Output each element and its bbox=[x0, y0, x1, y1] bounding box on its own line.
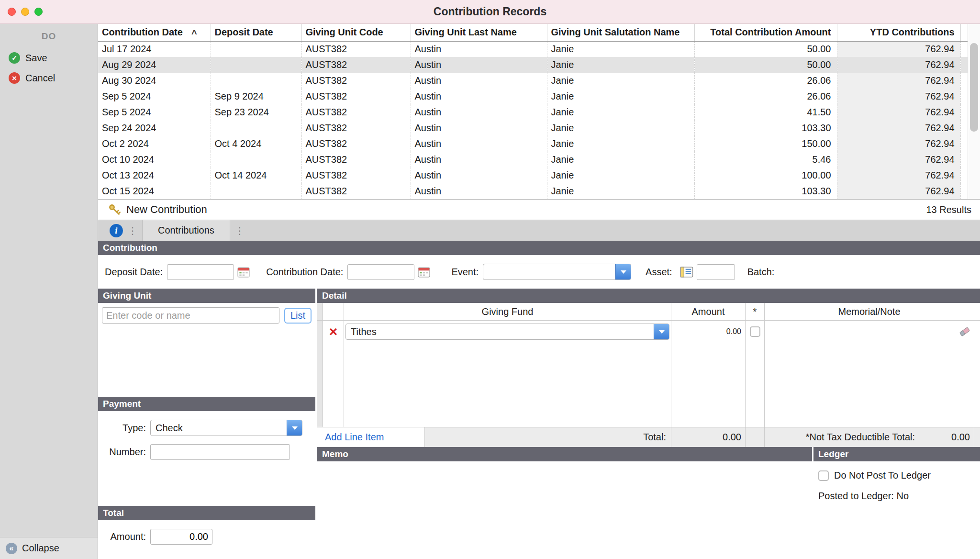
event-label: Event: bbox=[451, 267, 479, 278]
contribution-section-title: Contribution bbox=[103, 243, 157, 253]
detail-section-header: Detail bbox=[317, 289, 980, 303]
payment-type-select[interactable]: Check bbox=[150, 420, 302, 436]
column-header-contribution-date[interactable]: Contribution Date ^ bbox=[98, 24, 211, 41]
table-row[interactable]: Jul 17 2024 AUST382 Austin Janie 50.00 7… bbox=[98, 41, 968, 57]
line-item-memo-input[interactable] bbox=[765, 321, 974, 343]
cell-contribution-date: Oct 15 2024 bbox=[98, 183, 211, 199]
chevron-down-icon bbox=[621, 270, 626, 274]
cell-total-contribution-amount: 50.00 bbox=[694, 57, 837, 73]
detail-footer-left: Add Line Item Total: bbox=[317, 427, 671, 447]
table-row[interactable]: Sep 5 2024 Sep 23 2024 AUST382 Austin Ja… bbox=[98, 104, 968, 120]
asset-input[interactable] bbox=[697, 264, 735, 280]
cell-ytd-contributions: 762.94 bbox=[837, 168, 960, 183]
dropdown-button[interactable] bbox=[654, 324, 669, 339]
not-tax-deductible-checkbox[interactable] bbox=[750, 326, 760, 337]
save-button[interactable]: ✓ Save bbox=[0, 48, 98, 68]
total-section-header: Total bbox=[98, 506, 315, 520]
records-table-body: Jul 17 2024 AUST382 Austin Janie 50.00 7… bbox=[98, 41, 968, 199]
cell-total-contribution-amount: 26.06 bbox=[694, 89, 837, 104]
contribution-date-input[interactable] bbox=[347, 264, 414, 280]
cell-total-contribution-amount: 5.46 bbox=[694, 152, 837, 168]
cell-giving-unit-code: AUST382 bbox=[301, 89, 411, 104]
scrollbar-thumb[interactable] bbox=[970, 43, 978, 132]
column-header-giving-unit-last-name[interactable]: Giving Unit Last Name bbox=[411, 24, 547, 41]
collapse-button[interactable]: « Collapse bbox=[0, 537, 98, 559]
column-header-total-contribution-amount[interactable]: Total Contribution Amount bbox=[694, 24, 837, 41]
table-row[interactable]: Aug 29 2024 AUST382 Austin Janie 50.00 7… bbox=[98, 57, 968, 73]
calendar-icon[interactable] bbox=[418, 266, 430, 278]
table-row[interactable]: Oct 2 2024 Oct 4 2024 AUST382 Austin Jan… bbox=[98, 136, 968, 152]
chevron-down-icon bbox=[659, 330, 665, 334]
line-item-end bbox=[974, 321, 980, 343]
payment-type-label: Type: bbox=[98, 423, 146, 434]
new-contribution-button[interactable]: New Contribution bbox=[126, 203, 207, 216]
cell-ytd-contributions: 762.94 bbox=[837, 57, 960, 73]
table-row[interactable]: Sep 5 2024 Sep 9 2024 AUST382 Austin Jan… bbox=[98, 89, 968, 104]
memo-ledger-section: Memo Ledger Do Not Post To Le bbox=[317, 447, 980, 559]
traffic-lights bbox=[8, 0, 43, 23]
eraser-icon[interactable] bbox=[958, 325, 971, 338]
column-header-ytd-contributions[interactable]: YTD Contributions bbox=[837, 24, 960, 41]
window-zoom-button[interactable] bbox=[34, 8, 43, 16]
list-button[interactable]: List bbox=[284, 308, 312, 324]
cell-giving-unit-code: AUST382 bbox=[301, 168, 411, 183]
dropdown-button[interactable] bbox=[287, 420, 302, 436]
giving-unit-search-input[interactable] bbox=[102, 307, 279, 324]
key-icon bbox=[108, 203, 122, 216]
batch-label: Batch: bbox=[747, 267, 775, 278]
panels: Giving Unit List Payment Type: bbox=[98, 289, 980, 559]
save-check-icon: ✓ bbox=[9, 52, 20, 64]
cell-ytd-contributions: 762.94 bbox=[837, 104, 960, 120]
sidebar: DO ✓ Save × Cancel « Collapse bbox=[0, 24, 98, 559]
asset-lookup-icon[interactable] bbox=[680, 267, 693, 278]
cancel-button[interactable]: × Cancel bbox=[0, 68, 98, 88]
column-header-deposit-date[interactable]: Deposit Date bbox=[211, 24, 301, 41]
cell-total-contribution-amount: 41.50 bbox=[694, 104, 837, 120]
do-not-post-label: Do Not Post To Ledger bbox=[834, 470, 931, 481]
table-row[interactable]: Oct 10 2024 AUST382 Austin Janie 5.46 76… bbox=[98, 152, 968, 168]
line-item-amount-input[interactable]: 0.00 bbox=[671, 321, 746, 343]
memo-input[interactable] bbox=[317, 461, 812, 559]
table-row[interactable]: Sep 24 2024 AUST382 Austin Janie 103.30 … bbox=[98, 120, 968, 136]
contribution-date-label: Contribution Date: bbox=[266, 267, 343, 278]
cell-giving-unit-salutation-name: Janie bbox=[547, 152, 694, 168]
delete-line-item-button[interactable]: × bbox=[329, 324, 338, 339]
line-item-fund-cell: Tithes bbox=[344, 321, 671, 343]
table-row[interactable]: Oct 13 2024 Oct 14 2024 AUST382 Austin J… bbox=[98, 168, 968, 183]
calendar-icon[interactable] bbox=[237, 266, 250, 278]
cell-contribution-date: Aug 30 2024 bbox=[98, 73, 211, 89]
cell-ytd-contributions: 762.94 bbox=[837, 89, 960, 104]
ledger-section-header: Ledger bbox=[813, 447, 980, 461]
giving-fund-select[interactable]: Tithes bbox=[345, 324, 669, 340]
column-header-giving-unit-code[interactable]: Giving Unit Code bbox=[301, 24, 411, 41]
table-header-row: Contribution Date ^ Deposit Date Giving … bbox=[98, 24, 968, 41]
do-not-post-checkbox[interactable] bbox=[818, 470, 829, 481]
total-amount-input[interactable] bbox=[150, 529, 212, 545]
detail-footer-star-cell bbox=[746, 427, 765, 447]
tab-contributions[interactable]: Contributions bbox=[142, 220, 230, 241]
cancel-button-label: Cancel bbox=[25, 73, 55, 84]
cell-deposit-date: Sep 9 2024 bbox=[211, 89, 301, 104]
cell-ytd-contributions: 762.94 bbox=[837, 136, 960, 152]
giving-unit-section-title: Giving Unit bbox=[103, 291, 151, 301]
column-header-giving-unit-salutation-name[interactable]: Giving Unit Salutation Name bbox=[547, 24, 694, 41]
table-row[interactable]: Oct 15 2024 AUST382 Austin Janie 103.30 … bbox=[98, 183, 968, 199]
vertical-scrollbar[interactable] bbox=[968, 24, 980, 199]
payment-number-input[interactable] bbox=[150, 444, 290, 460]
info-icon[interactable]: i bbox=[110, 224, 123, 237]
payment-number-label: Number: bbox=[98, 447, 146, 458]
dropdown-button[interactable] bbox=[615, 264, 631, 280]
cell-deposit-date bbox=[211, 73, 301, 89]
window-minimize-button[interactable] bbox=[21, 8, 29, 16]
cell-deposit-date: Sep 23 2024 bbox=[211, 104, 301, 120]
add-line-item-button[interactable]: Add Line Item bbox=[325, 432, 384, 443]
event-select[interactable] bbox=[483, 264, 631, 280]
cell-giving-unit-salutation-name: Janie bbox=[547, 57, 694, 73]
cancel-x-icon: × bbox=[9, 72, 20, 84]
deposit-date-input[interactable] bbox=[167, 264, 234, 280]
window-close-button[interactable] bbox=[8, 8, 16, 16]
tab-label: Contributions bbox=[158, 225, 214, 236]
table-row[interactable]: Aug 30 2024 AUST382 Austin Janie 26.06 7… bbox=[98, 73, 968, 89]
detail-line-item-row: × Tithes 0.00 bbox=[317, 321, 980, 343]
new-contribution-bar: New Contribution 13 Results bbox=[98, 199, 980, 220]
